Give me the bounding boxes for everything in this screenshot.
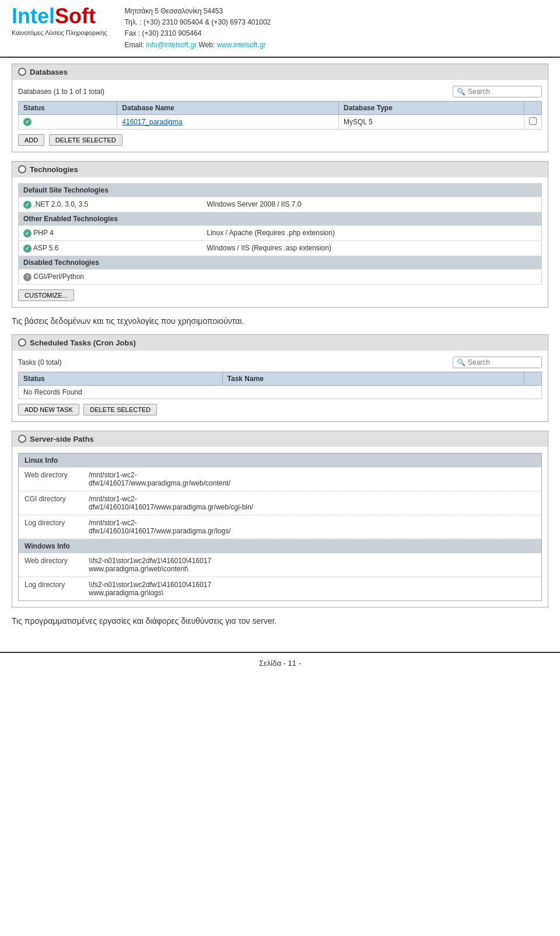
- tech-dotnet-detail: Windows Server 2008 / IIS 7.0: [202, 197, 541, 212]
- cron-search-input[interactable]: [468, 358, 538, 366]
- tech-cgi-row: ? CGI/Perl/Python: [19, 269, 542, 284]
- tech-dotnet-row: ✓ .NET 2.0, 3.0, 3.5 Windows Server 2008…: [19, 197, 542, 212]
- paths-section-header: Server-side Paths: [12, 431, 548, 447]
- tech-asp-name: ✓ ASP 5.6: [19, 240, 202, 256]
- logo-area: IntelSoft Καινοτόμες Λύσεις Πληροφορικής: [12, 6, 107, 36]
- tech-other-header: Other Enabled Technologies: [19, 212, 542, 225]
- fax: Fax : (+30) 2310 905464: [125, 28, 271, 39]
- web-label: Web:: [199, 41, 217, 49]
- technologies-table: Default Site Technologies ✓ .NET 2.0, 3.…: [18, 183, 542, 285]
- tech-cgi-name: ? CGI/Perl/Python: [19, 269, 202, 284]
- cron-section-header: Scheduled Tasks (Cron Jobs): [12, 335, 548, 351]
- tech-disabled-header-row: Disabled Technologies: [19, 256, 542, 269]
- db-table-row: ✓ 416017_paradigma MySQL 5: [19, 114, 542, 129]
- tech-disabled-header: Disabled Technologies: [19, 256, 542, 269]
- paths-linux-web-row: Web directory /mnt/stor1-wc2-dfw1/416017…: [19, 467, 541, 491]
- tech-php-detail: Linux / Apache (Requires .php extension): [202, 225, 541, 240]
- databases-title: Databases: [30, 68, 68, 76]
- paths-linux-cgi-label: CGI directory: [24, 495, 89, 511]
- paths-windows-web-label: Web directory: [24, 557, 89, 573]
- databases-table: Status Database Name Database Type ✓ 416…: [18, 101, 542, 130]
- tech-default-header-row: Default Site Technologies: [19, 183, 542, 197]
- page-number: Σελίδα - 11 -: [259, 659, 301, 668]
- email-line: Email: info@intelsoft.gr Web: www.intels…: [125, 40, 271, 51]
- caption1: Τις βάσεις δεδομένων και τις τεχνολογίες…: [12, 316, 548, 326]
- db-name-link[interactable]: 416017_paradigma: [122, 118, 182, 126]
- page-header: IntelSoft Καινοτόμες Λύσεις Πληροφορικής…: [0, 0, 560, 58]
- databases-search-input[interactable]: [468, 88, 538, 96]
- paths-windows-log-value: \\fs2-n01\stor1wc2dfw1\416010\416017www.…: [89, 581, 211, 597]
- paths-linux-cgi-row: CGI directory /mnt/stor1-wc2-dfw1/416010…: [19, 491, 541, 515]
- cron-col-name: Task Name: [222, 372, 524, 385]
- paths-linux-header: Linux Info: [19, 453, 541, 467]
- tech-php-status-icon: ✓: [23, 229, 32, 238]
- cron-col-select: [524, 372, 542, 385]
- tech-asp-label: ASP 5.6: [33, 244, 59, 252]
- tech-dotnet-name: ✓ .NET 2.0, 3.0, 3.5: [19, 197, 202, 212]
- databases-section: Databases Databases (1 to 1 of 1 total) …: [12, 64, 548, 152]
- tech-cgi-status-icon: ?: [23, 273, 32, 281]
- paths-toggle-icon[interactable]: [18, 435, 26, 443]
- cron-toggle-icon[interactable]: [18, 338, 26, 347]
- db-row-checkbox-cell: [524, 114, 542, 129]
- tech-dotnet-status-icon: ✓: [23, 201, 32, 209]
- tech-cgi-detail: [202, 269, 541, 284]
- paths-table: Linux Info Web directory /mnt/stor1-wc2-…: [18, 453, 542, 601]
- paths-linux-log-label: Log directory: [24, 519, 89, 535]
- cron-count: Tasks (0 total): [18, 358, 62, 366]
- db-col-status: Status: [19, 101, 117, 114]
- tech-default-header: Default Site Technologies: [19, 183, 542, 197]
- logo: IntelSoft: [12, 6, 96, 27]
- databases-add-button[interactable]: ADD: [18, 134, 44, 146]
- db-col-type: Database Type: [339, 101, 524, 114]
- technologies-toggle-icon[interactable]: [18, 165, 26, 173]
- db-row-name: 416017_paradigma: [117, 114, 339, 129]
- databases-section-header: Databases: [12, 64, 548, 80]
- paths-title: Server-side Paths: [30, 435, 94, 443]
- tech-dotnet-label: .NET 2.0, 3.0, 3.5: [33, 200, 88, 208]
- email-label: Email:: [125, 41, 144, 49]
- tech-asp-row: ✓ ASP 5.6 Windows / IIS (Requires .asp e…: [19, 240, 542, 256]
- paths-windows-header: Windows Info: [19, 539, 541, 553]
- logo-tagline: Καινοτόμες Λύσεις Πληροφορικής: [12, 29, 107, 36]
- logo-soft: Soft: [55, 4, 96, 28]
- paths-linux-web-label: Web directory: [24, 471, 89, 487]
- db-col-name: Database Name: [117, 101, 339, 114]
- tech-asp-detail: Windows / IIS (Requires .asp extension): [202, 240, 541, 256]
- db-row-status: ✓: [19, 114, 117, 129]
- caption2: Τις προγραμματισμένες εργασίες και διάφο…: [12, 616, 548, 626]
- db-status-icon: ✓: [23, 118, 32, 126]
- paths-windows-web-value: \\fs2-n01\stor1wc2dfw1\416010\416017www.…: [89, 557, 211, 573]
- page-footer: Σελίδα - 11 -: [0, 652, 560, 673]
- cron-title: Scheduled Tasks (Cron Jobs): [30, 338, 136, 347]
- cron-no-records: No Records Found: [19, 385, 542, 399]
- databases-section-body: Databases (1 to 1 of 1 total) 🔍 Status D…: [12, 80, 548, 152]
- cron-table: Status Task Name No Records Found: [18, 372, 542, 399]
- address: Μητσάκη 5 Θεσσαλονίκη 54453: [125, 6, 271, 17]
- cron-delete-button[interactable]: DELETE SELECTED: [83, 404, 157, 415]
- technologies-customize-button[interactable]: CUSTOMIZE...: [18, 289, 74, 301]
- databases-toggle-icon[interactable]: [18, 68, 26, 76]
- tech-asp-status-icon: ✓: [23, 245, 32, 253]
- databases-search-wrap: 🔍: [453, 86, 542, 97]
- paths-windows-log-row: Log directory \\fs2-n01\stor1wc2dfw1\416…: [19, 577, 541, 600]
- cron-section-body: Tasks (0 total) 🔍 Status Task Name: [12, 351, 548, 421]
- email-link[interactable]: info@intelsoft.gr: [146, 41, 197, 49]
- paths-linux-cgi-value: /mnt/stor1-wc2-dfw1/416010/416017/www.pa…: [89, 495, 253, 511]
- paths-windows-log-label: Log directory: [24, 581, 89, 597]
- logo-intel: Intel: [12, 4, 55, 28]
- cron-search-icon: 🔍: [457, 358, 466, 366]
- databases-search-icon: 🔍: [457, 88, 466, 96]
- cron-col-status: Status: [19, 372, 223, 385]
- website-link[interactable]: www.intelsoft.gr: [217, 41, 266, 49]
- tech-other-header-row: Other Enabled Technologies: [19, 212, 542, 225]
- paths-section: Server-side Paths Linux Info Web directo…: [12, 431, 548, 607]
- databases-search-bar: 🔍: [453, 86, 542, 97]
- paths-linux-log-value: /mnt/stor1-wc2-dfw1/416010/416017/www.pa…: [89, 519, 231, 535]
- databases-delete-button[interactable]: DELETE SELECTED: [49, 134, 123, 146]
- db-row-checkbox[interactable]: [529, 117, 537, 125]
- technologies-section-header: Technologies: [12, 162, 548, 177]
- cron-add-button[interactable]: ADD NEW TASK: [18, 404, 79, 415]
- paths-linux-log-row: Log directory /mnt/stor1-wc2-dfw1/416010…: [19, 515, 541, 539]
- cron-search-wrap: 🔍: [453, 357, 542, 368]
